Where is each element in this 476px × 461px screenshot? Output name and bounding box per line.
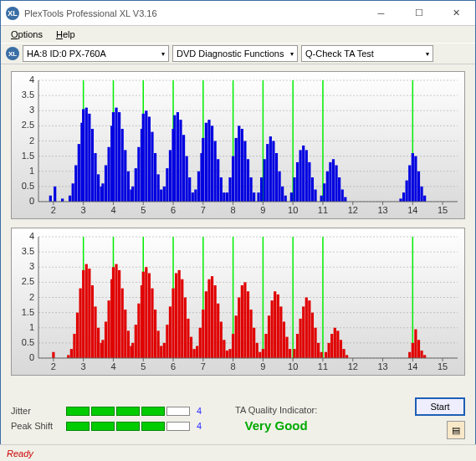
svg-rect-235 <box>107 300 110 358</box>
svg-rect-129 <box>269 136 272 202</box>
svg-rect-87 <box>145 110 147 202</box>
svg-rect-316 <box>408 352 411 358</box>
svg-text:10: 10 <box>288 361 298 371</box>
chevron-down-icon: ▾ <box>161 50 165 58</box>
bar-segment <box>141 422 165 431</box>
svg-rect-138 <box>299 150 302 202</box>
svg-rect-319 <box>417 340 420 358</box>
svg-rect-101 <box>186 156 188 202</box>
test-dropdown[interactable]: Q-Check TA Test ▾ <box>301 45 433 62</box>
svg-rect-56 <box>49 196 52 202</box>
svg-rect-117 <box>232 156 234 202</box>
svg-rect-317 <box>412 343 414 358</box>
svg-rect-297 <box>289 349 291 358</box>
svg-rect-282 <box>243 282 246 358</box>
chart-top: 00.511.522.533.5423456789101112131415 <box>11 71 465 219</box>
svg-rect-305 <box>314 328 316 358</box>
svg-text:0.5: 0.5 <box>22 181 34 191</box>
svg-rect-283 <box>247 291 249 358</box>
peakshift-bars <box>66 422 190 431</box>
svg-text:2.5: 2.5 <box>22 120 34 130</box>
svg-text:4: 4 <box>29 231 34 241</box>
svg-rect-234 <box>105 322 107 359</box>
svg-text:2: 2 <box>51 361 56 371</box>
svg-text:5: 5 <box>141 361 146 371</box>
svg-rect-128 <box>266 144 269 202</box>
bar-segment <box>91 422 115 431</box>
jitter-value: 4 <box>197 406 207 416</box>
svg-rect-293 <box>277 295 279 358</box>
svg-rect-231 <box>97 328 100 358</box>
svg-text:3: 3 <box>29 105 34 115</box>
svg-rect-263 <box>187 319 189 358</box>
svg-rect-120 <box>241 129 243 202</box>
svg-text:8: 8 <box>231 205 236 215</box>
svg-text:5: 5 <box>141 205 146 215</box>
svg-rect-244 <box>131 343 134 358</box>
svg-rect-154 <box>402 192 405 202</box>
export-button[interactable]: ▤ <box>447 421 465 439</box>
svg-text:0: 0 <box>29 352 34 362</box>
svg-rect-269 <box>205 291 207 358</box>
svg-rect-253 <box>157 330 160 358</box>
svg-text:9: 9 <box>260 205 265 215</box>
peakshift-metric: Peak Shift 4 <box>11 421 207 431</box>
svg-rect-257 <box>169 306 171 358</box>
maximize-button[interactable]: ☐ <box>400 1 438 25</box>
svg-text:15: 15 <box>438 361 448 371</box>
svg-rect-133 <box>281 187 284 202</box>
svg-rect-265 <box>192 349 195 358</box>
bar-segment <box>166 422 190 431</box>
svg-rect-251 <box>151 289 153 358</box>
svg-rect-303 <box>308 300 310 358</box>
svg-rect-95 <box>169 150 171 202</box>
svg-rect-116 <box>228 177 231 202</box>
svg-rect-259 <box>175 274 177 359</box>
function-dropdown[interactable]: DVD Diagnostic Functions ▾ <box>172 45 298 62</box>
svg-text:3.5: 3.5 <box>22 90 34 100</box>
svg-rect-65 <box>85 108 88 202</box>
svg-rect-82 <box>131 187 134 202</box>
svg-rect-125 <box>257 192 259 202</box>
svg-rect-114 <box>223 192 225 202</box>
svg-rect-107 <box>202 138 204 202</box>
svg-text:13: 13 <box>377 361 387 371</box>
svg-rect-93 <box>163 187 166 202</box>
svg-rect-312 <box>336 330 339 358</box>
jitter-label: Jitter <box>11 406 59 416</box>
minimize-button[interactable]: ─ <box>362 1 400 25</box>
svg-rect-309 <box>328 343 330 358</box>
svg-rect-273 <box>217 304 219 358</box>
svg-rect-237 <box>112 267 115 358</box>
svg-rect-90 <box>154 153 156 202</box>
svg-rect-108 <box>205 123 207 202</box>
menu-help[interactable]: Help <box>51 28 80 41</box>
svg-rect-268 <box>202 310 204 358</box>
svg-text:2.5: 2.5 <box>22 276 34 286</box>
svg-rect-59 <box>69 196 71 202</box>
svg-rect-152 <box>344 197 346 202</box>
svg-rect-288 <box>262 349 264 358</box>
menu-options[interactable]: Options <box>6 28 48 41</box>
bar-segment <box>66 407 90 416</box>
svg-rect-256 <box>166 325 168 358</box>
svg-text:7: 7 <box>201 205 206 215</box>
svg-rect-135 <box>290 192 293 202</box>
svg-rect-290 <box>268 315 270 358</box>
menubar: Options Help <box>1 26 475 43</box>
start-button[interactable]: Start <box>415 397 465 416</box>
svg-rect-146 <box>326 172 329 202</box>
svg-rect-139 <box>302 146 305 202</box>
svg-rect-262 <box>184 298 187 359</box>
device-dropdown[interactable]: HA:8 ID:0 PX-760A ▾ <box>23 45 169 62</box>
bar-segment <box>166 407 190 416</box>
svg-rect-298 <box>293 349 295 358</box>
close-button[interactable]: ✕ <box>438 1 475 25</box>
svg-rect-159 <box>417 172 420 202</box>
svg-text:6: 6 <box>171 205 176 215</box>
svg-rect-78 <box>121 129 124 202</box>
svg-rect-311 <box>334 328 336 358</box>
svg-rect-220 <box>52 352 54 358</box>
svg-rect-249 <box>145 267 147 358</box>
svg-rect-60 <box>72 183 74 202</box>
